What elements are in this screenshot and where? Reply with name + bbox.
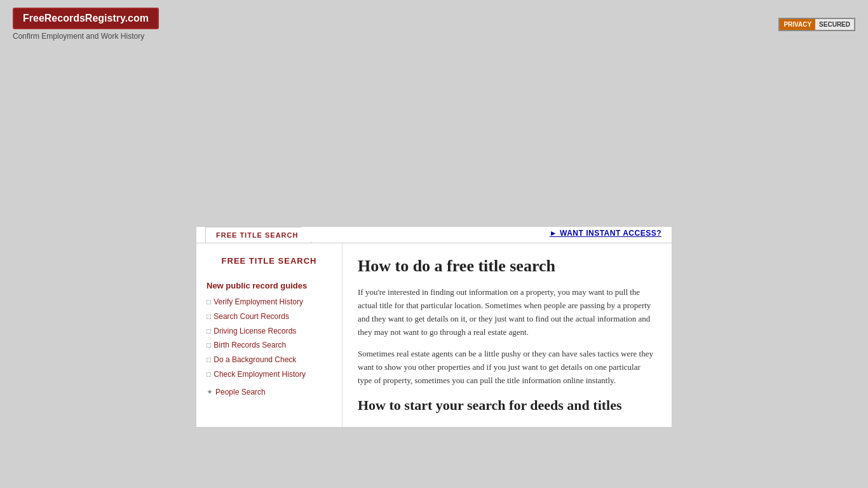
article-section-2-title: How to start your search for deeds and t…	[358, 396, 656, 415]
article-title: How to do a free title search	[358, 256, 656, 276]
background-check-link[interactable]: Do a Background Check	[214, 355, 296, 365]
sidebar: FREE TITLE SEARCH New public record guid…	[196, 243, 342, 427]
list-item: □ Search Court Records	[207, 311, 332, 322]
doc-icon-6: □	[207, 370, 211, 379]
birth-records-search-link[interactable]: Birth Records Search	[214, 340, 286, 351]
page-header: FreeRecordsRegistry.com Confirm Employme…	[0, 0, 868, 48]
header-left: FreeRecordsRegistry.com Confirm Employme…	[13, 8, 159, 41]
people-search-item: ✦ People Search	[207, 388, 332, 397]
content-area: FREE TITLE SEARCH New public record guid…	[196, 243, 672, 427]
article-content: How to do a free title search If you're …	[342, 243, 672, 427]
list-item: □ Do a Background Check	[207, 355, 332, 365]
search-court-records-link[interactable]: Search Court Records	[214, 311, 289, 322]
instant-access-label: WANT INSTANT ACCESS?	[560, 229, 661, 238]
main-wrapper: FREE TITLE SEARCH ► WANT INSTANT ACCESS?…	[196, 226, 672, 428]
doc-icon-3: □	[207, 327, 211, 336]
doc-icon-5: □	[207, 355, 211, 365]
tab-area: FREE TITLE SEARCH ► WANT INSTANT ACCESS?	[196, 227, 672, 243]
sidebar-section-title: FREE TITLE SEARCH	[207, 256, 332, 266]
free-title-search-tab[interactable]: FREE TITLE SEARCH	[205, 227, 311, 243]
arrow-right-icon: ►	[550, 229, 557, 238]
site-subtitle: Confirm Employment and Work History	[13, 32, 144, 41]
crosshair-icon: ✦	[207, 388, 213, 397]
ad-banner	[0, 48, 868, 214]
privacy-label: PRIVACY	[780, 19, 815, 30]
people-search-link[interactable]: People Search	[215, 388, 266, 396]
check-employment-history-link[interactable]: Check Employment History	[214, 369, 306, 380]
doc-icon-2: □	[207, 312, 211, 322]
article-paragraph-2: Sometimes real estate agents can be a li…	[358, 348, 656, 387]
list-item: □ Verify Employment History	[207, 297, 332, 308]
secured-label: SECURED	[815, 19, 854, 30]
list-item: □ Check Employment History	[207, 369, 332, 380]
driving-license-records-link[interactable]: Driving License Records	[214, 326, 296, 337]
new-guides-heading: New public record guides	[207, 281, 332, 290]
want-instant-access-link[interactable]: ► WANT INSTANT ACCESS?	[550, 229, 661, 238]
article-paragraph-1: If you're interested in finding out info…	[358, 286, 656, 339]
list-item: □ Birth Records Search	[207, 340, 332, 351]
doc-icon-4: □	[207, 341, 211, 350]
site-title[interactable]: FreeRecordsRegistry.com	[13, 8, 159, 29]
list-item: □ Driving License Records	[207, 326, 332, 337]
privacy-badge: PRIVACY SECURED	[778, 18, 855, 31]
doc-icon-1: □	[207, 297, 211, 307]
verify-employment-history-link[interactable]: Verify Employment History	[214, 297, 303, 308]
